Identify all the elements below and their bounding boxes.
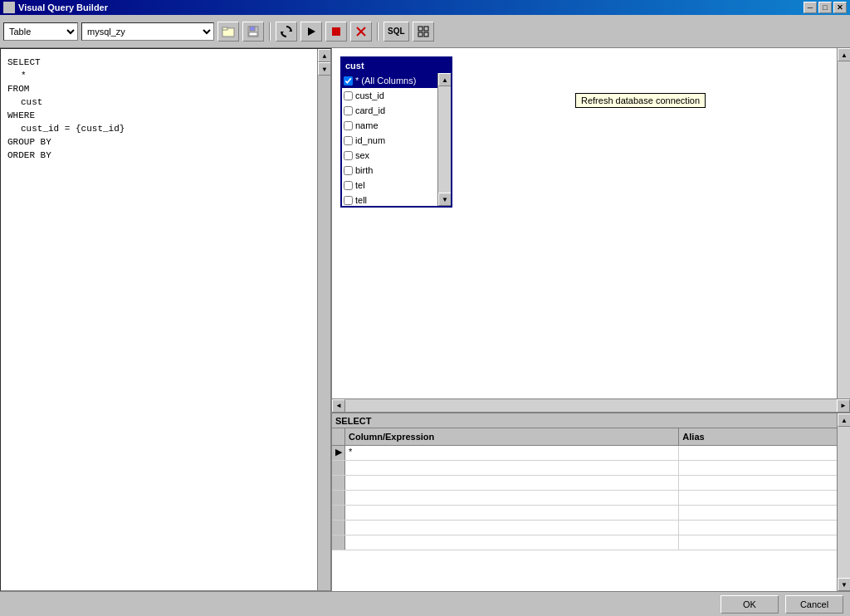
diag-scroll-up[interactable]: ▲	[838, 48, 850, 61]
grid-scroll-up[interactable]: ▲	[838, 413, 850, 427]
table-scroll-track[interactable]	[438, 86, 451, 193]
grid-header-col: Column/Expression	[345, 428, 679, 445]
col-cust_id[interactable]: cust_id	[342, 88, 437, 103]
stop-button[interactable]	[325, 22, 347, 42]
hscroll-right[interactable]: ►	[837, 399, 850, 413]
row-alias-6[interactable]	[679, 521, 850, 535]
sql-select: SELECT	[7, 56, 324, 69]
diagram-vscrollbar[interactable]: ▲ ▼	[837, 48, 850, 412]
sql-orderby: ORDER BY	[7, 149, 324, 162]
table-scroll-up[interactable]: ▲	[438, 73, 451, 86]
svg-rect-4	[249, 32, 257, 36]
grid-header-rownum	[332, 428, 345, 445]
table-row	[332, 535, 850, 550]
row-alias-4[interactable]	[679, 491, 850, 505]
save-icon	[247, 25, 260, 38]
col-tell-checkbox[interactable]	[344, 196, 353, 205]
row-arrow-3	[332, 476, 345, 490]
row-arrow-1: ▶	[332, 446, 345, 460]
table-row	[332, 476, 850, 491]
col-card_id[interactable]: card_id	[342, 103, 437, 118]
type-combo-wrap: Table	[3, 22, 78, 41]
col-sex[interactable]: sex	[342, 148, 437, 163]
diag-scroll-track[interactable]	[838, 61, 850, 398]
grid-scroll-track[interactable]	[838, 427, 850, 578]
open-button[interactable]	[217, 22, 239, 42]
hscroll-left[interactable]: ◄	[332, 399, 345, 413]
col-birth-checkbox[interactable]	[344, 166, 353, 175]
row-arrow-2	[332, 461, 345, 475]
separator-2	[377, 22, 379, 41]
row-col-7[interactable]	[345, 535, 679, 550]
table-scroll-down[interactable]: ▼	[438, 193, 451, 206]
tooltip: Refresh database connection	[575, 93, 706, 108]
grid-header-alias: Alias	[679, 428, 850, 445]
restore-button[interactable]: □	[818, 2, 832, 13]
row-arrow-6	[332, 521, 345, 535]
type-select[interactable]: Table	[3, 22, 78, 41]
hscroll-track[interactable]	[345, 399, 837, 412]
sql-from: FROM	[7, 82, 324, 95]
clear-button[interactable]	[350, 22, 372, 42]
sql-where: WHERE	[7, 109, 324, 122]
row-alias-2[interactable]	[679, 461, 850, 475]
svg-rect-14	[424, 32, 428, 37]
col-tel-checkbox[interactable]	[344, 181, 353, 190]
table-row	[332, 461, 850, 476]
col-all-checkbox[interactable]	[344, 76, 353, 86]
table-row: ▶ *	[332, 446, 850, 461]
col-birth[interactable]: birth	[342, 163, 437, 178]
row-col-2[interactable]	[345, 461, 679, 475]
col-name[interactable]: name	[342, 118, 437, 133]
table-vscrollbar[interactable]: ▲ ▼	[437, 73, 451, 206]
col-id_num-checkbox[interactable]	[344, 136, 353, 145]
col-card_id-checkbox[interactable]	[344, 106, 353, 115]
minimize-button[interactable]: ─	[804, 2, 817, 13]
diagram-panel: cust * (All Columns) cust_id card_id	[332, 48, 850, 412]
grid-vscrollbar[interactable]: ▲ ▼	[837, 413, 850, 591]
execute-button[interactable]	[300, 22, 322, 42]
col-all-columns[interactable]: * (All Columns)	[342, 73, 437, 88]
table-box-body: * (All Columns) cust_id card_id name	[342, 73, 451, 206]
save-button[interactable]	[242, 22, 264, 42]
ok-button[interactable]: OK	[721, 595, 779, 614]
row-arrow-4	[332, 491, 345, 505]
col-id_num[interactable]: id_num	[342, 133, 437, 148]
row-alias-1[interactable]	[679, 446, 850, 460]
connection-combo-wrap: mysql_zy	[81, 22, 214, 41]
row-col-5[interactable]	[345, 506, 679, 520]
col-sex-checkbox[interactable]	[344, 151, 353, 160]
diagram-hscrollbar[interactable]: ◄ ►	[332, 398, 850, 412]
grid-header: Column/Expression Alias	[332, 428, 850, 446]
col-tell[interactable]: tell	[342, 193, 437, 206]
grid-icon	[417, 25, 430, 38]
clear-icon	[354, 25, 368, 38]
sql-scroll-down[interactable]: ▼	[318, 62, 331, 76]
svg-rect-13	[418, 32, 423, 37]
sql-button[interactable]: SQL	[383, 22, 409, 42]
refresh-button[interactable]	[276, 22, 297, 42]
table-box-header: cust	[342, 58, 451, 73]
col-tel[interactable]: tel	[342, 178, 437, 193]
row-alias-5[interactable]	[679, 506, 850, 520]
separator-1	[269, 22, 271, 41]
col-name-checkbox[interactable]	[344, 121, 353, 130]
col-cust_id-checkbox[interactable]	[344, 91, 353, 100]
title-bar-buttons: ─ □ ✕	[804, 2, 847, 13]
row-arrow-5	[332, 506, 345, 520]
row-alias-3[interactable]	[679, 476, 850, 490]
sql-vscrollbar[interactable]: ▲ ▼	[317, 49, 330, 590]
cancel-button[interactable]: Cancel	[785, 595, 843, 614]
connection-select[interactable]: mysql_zy	[81, 22, 214, 41]
close-button[interactable]: ✕	[833, 2, 847, 13]
row-alias-7[interactable]	[679, 535, 850, 550]
sql-scroll-up[interactable]: ▲	[318, 49, 331, 62]
grid-scroll-down[interactable]: ▼	[838, 578, 850, 591]
bottom-grid-panel: SELECT Column/Expression Alias ▶ *	[332, 412, 850, 591]
row-col-3[interactable]	[345, 476, 679, 490]
grid-button[interactable]	[413, 22, 434, 42]
row-col-6[interactable]	[345, 521, 679, 535]
toolbar: Table mysql_zy	[0, 15, 850, 48]
row-col-1[interactable]: *	[345, 446, 679, 460]
row-col-4[interactable]	[345, 491, 679, 505]
